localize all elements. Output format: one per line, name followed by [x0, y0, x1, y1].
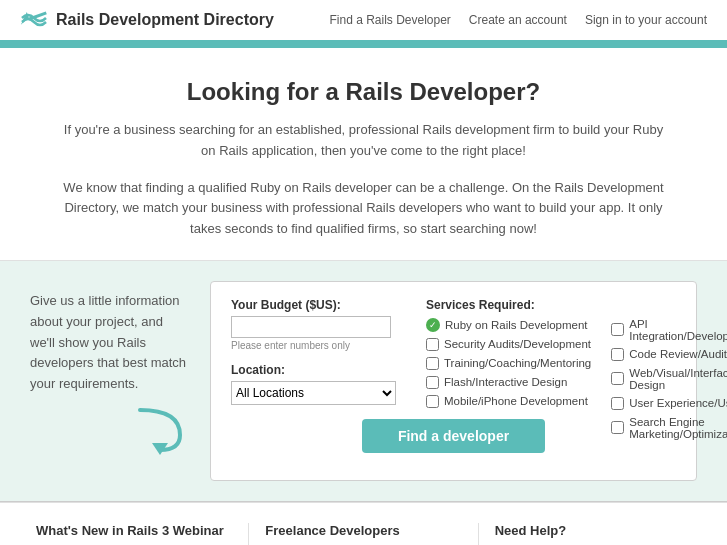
- service-label-rails-dev: Ruby on Rails Development: [445, 319, 588, 331]
- search-form: Your Budget ($US): Please enter numbers …: [210, 281, 697, 481]
- site-title: Rails Development Directory: [56, 11, 274, 29]
- search-left-description: Give us a little information about your …: [30, 281, 190, 473]
- hero-intro: If you're a business searching for an es…: [60, 120, 667, 162]
- service-label-seo: Search Engine Marketing/Optimization: [629, 416, 727, 440]
- help-heading: Need Help?: [495, 523, 691, 538]
- service-mobile: Mobile/iPhone Development: [426, 395, 591, 408]
- logo-area: Rails Development Directory: [20, 10, 274, 30]
- nav-sign-in[interactable]: Sign in to your account: [585, 13, 707, 27]
- bottom-section: What's New in Rails 3 Webinar May 18, 10…: [0, 502, 727, 545]
- services-col2: API Integration/Development Code Review/…: [611, 318, 727, 446]
- nav-find-developer[interactable]: Find a Rails Developer: [329, 13, 450, 27]
- service-seo-checkbox[interactable]: [611, 421, 624, 434]
- location-select[interactable]: All Locations: [231, 381, 396, 405]
- webinar-heading: What's New in Rails 3 Webinar: [36, 523, 232, 538]
- service-label-code-review: Code Review/Audits: [629, 348, 727, 360]
- service-flash: Flash/Interactive Design: [426, 376, 591, 389]
- services-label: Services Required:: [426, 298, 727, 312]
- service-label-training: Training/Coaching/Mentoring: [444, 357, 591, 369]
- service-web-visual: Web/Visual/Interface Design: [611, 367, 727, 391]
- service-training-checkbox[interactable]: [426, 357, 439, 370]
- service-api: API Integration/Development: [611, 318, 727, 342]
- service-code-review: Code Review/Audits: [611, 348, 727, 361]
- arrow-icon: [30, 405, 190, 473]
- service-flash-checkbox[interactable]: [426, 376, 439, 389]
- service-api-checkbox[interactable]: [611, 323, 624, 336]
- service-label-web-visual: Web/Visual/Interface Design: [629, 367, 727, 391]
- bottom-col-freelance: Freelance Developers Looking for freelan…: [249, 523, 478, 545]
- hero-body: We know that finding a qualified Ruby on…: [60, 178, 667, 240]
- service-security-checkbox[interactable]: [426, 338, 439, 351]
- nav-links: Find a Rails Developer Create an account…: [329, 13, 707, 27]
- hero-heading: Looking for a Rails Developer?: [60, 78, 667, 106]
- services-columns: ✓ Ruby on Rails Development Security Aud…: [426, 318, 727, 446]
- service-ux-checkbox[interactable]: [611, 397, 624, 410]
- nav-create-account[interactable]: Create an account: [469, 13, 567, 27]
- bottom-col-webinar: What's New in Rails 3 Webinar May 18, 10…: [20, 523, 249, 545]
- check-green-icon: ✓: [426, 318, 440, 332]
- bottom-col-help: Need Help? Do you have feedback or quest…: [479, 523, 707, 545]
- service-label-flash: Flash/Interactive Design: [444, 376, 567, 388]
- service-label-security: Security Audits/Development: [444, 338, 591, 350]
- service-label-api: API Integration/Development: [629, 318, 727, 342]
- logo-icon: [20, 10, 48, 30]
- service-security: Security Audits/Development: [426, 338, 591, 351]
- services-section: Services Required: ✓ Ruby on Rails Devel…: [426, 298, 727, 446]
- service-ux: User Experience/Usability: [611, 397, 727, 410]
- hero-section: Looking for a Rails Developer? If you're…: [0, 48, 727, 261]
- form-content: Your Budget ($US): Please enter numbers …: [231, 298, 676, 453]
- service-seo: Search Engine Marketing/Optimization: [611, 416, 727, 440]
- service-training: Training/Coaching/Mentoring: [426, 357, 591, 370]
- service-web-visual-checkbox[interactable]: [611, 372, 624, 385]
- service-code-review-checkbox[interactable]: [611, 348, 624, 361]
- service-label-ux: User Experience/Usability: [629, 397, 727, 409]
- services-col1: ✓ Ruby on Rails Development Security Aud…: [426, 318, 591, 446]
- header: Rails Development Directory Find a Rails…: [0, 0, 727, 43]
- service-rails-dev: ✓ Ruby on Rails Development: [426, 318, 591, 332]
- service-mobile-checkbox[interactable]: [426, 395, 439, 408]
- freelance-heading: Freelance Developers: [265, 523, 461, 538]
- search-section: Give us a little information about your …: [0, 261, 727, 502]
- budget-input[interactable]: [231, 316, 391, 338]
- service-label-mobile: Mobile/iPhone Development: [444, 395, 588, 407]
